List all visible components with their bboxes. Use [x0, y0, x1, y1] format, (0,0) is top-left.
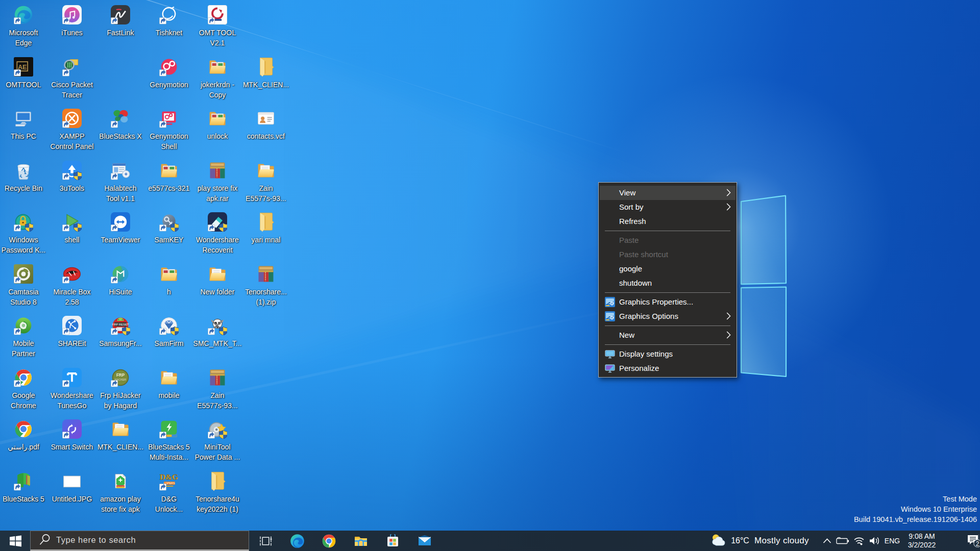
svg-text:FRP RESET: FRP RESET	[112, 323, 129, 326]
svg-text:FRP: FRP	[116, 373, 125, 378]
svg-text:2: 2	[976, 540, 979, 547]
svg-text:D&G: D&G	[160, 472, 178, 481]
